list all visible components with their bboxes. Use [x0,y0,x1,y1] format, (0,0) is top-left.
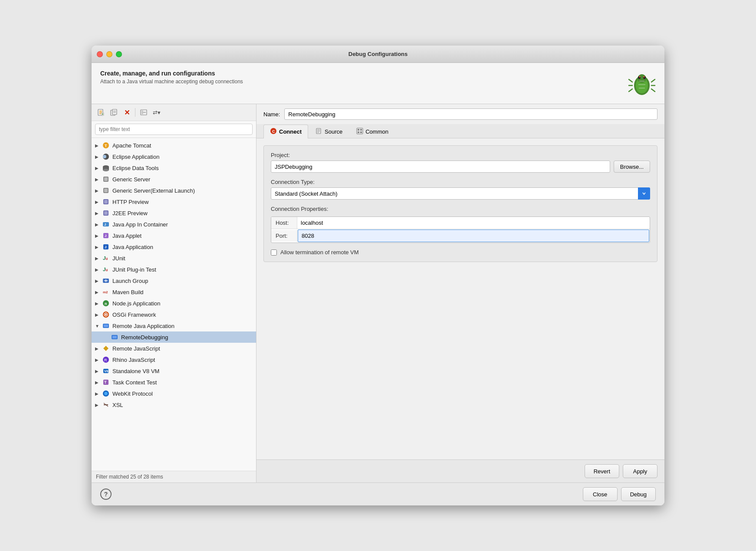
project-label: Project: [271,152,650,158]
list-item[interactable]: ▶ T Task Context Test [92,377,256,388]
filter-input[interactable] [95,124,253,135]
tab-connect[interactable]: C Connect [263,125,308,138]
svg-text:T: T [104,380,107,384]
list-item[interactable]: ▶ Generic Server [92,174,256,185]
list-item[interactable]: ▶ n Node.js Application [92,298,256,309]
remote-java-label: Remote Java Application [112,323,174,329]
list-item[interactable]: ▶ Generic Server(External Launch) [92,185,256,196]
connection-props-label: Connection Properties: [271,206,650,212]
list-item[interactable]: ▶ J Java Applet [92,230,256,241]
svg-text:u: u [105,256,108,261]
item-label: Eclipse Application [112,154,159,160]
list-item[interactable]: ▶ J u JUnit [92,253,256,264]
list-item[interactable]: ▶ Eclipse Data Tools [92,162,256,174]
list-item[interactable]: ▶ J Java App In Container [92,219,256,230]
list-item[interactable]: ▶ Eclipse Application [92,151,256,162]
select-arrow-button[interactable] [638,187,650,200]
list-item[interactable]: ▶ Launch Group [92,275,256,286]
minimize-window-button[interactable] [106,51,112,57]
maven-icon: m2 [102,288,110,296]
connection-props-field: Connection Properties: Host: Port: [271,206,650,243]
j2ee-icon [102,209,110,217]
debug-button[interactable]: Debug [621,487,656,501]
list-item[interactable]: ▼ Remote Java Application [92,320,256,331]
item-label: Apache Tomcat [112,142,151,149]
source-tab-label: Source [325,128,342,135]
list-item[interactable]: RemoteDebugging [92,331,256,343]
junit-plugin-icon: J u [102,266,110,273]
duplicate-configuration-button[interactable] [108,107,119,118]
tab-common[interactable]: Common [350,125,395,138]
footer-right: Close Debug [583,487,656,501]
list-item[interactable]: ▶ OSGi Framework [92,309,256,320]
expand-arrow-icon: ▶ [95,245,100,249]
project-input[interactable] [271,161,610,173]
item-label: Java Application [112,244,153,250]
svg-rect-39 [104,177,108,181]
port-input[interactable] [298,230,649,242]
svg-line-8 [651,79,655,82]
list-item[interactable]: ▶ HTTP Preview [92,196,256,207]
delete-configuration-button[interactable]: ✕ [121,107,132,118]
browse-button[interactable]: Browse... [614,161,650,173]
help-button[interactable]: ? [100,489,112,500]
filter-button[interactable]: ⇄▾ [151,107,162,118]
webkit-icon [102,390,110,397]
svg-rect-43 [104,200,108,203]
list-item[interactable]: ▶ m2 Maven Build [92,286,256,298]
list-item[interactable]: ▶ WebKit Protocol [92,388,256,399]
apply-button[interactable]: Apply [623,464,657,478]
expand-arrow-icon: ▶ [95,177,100,182]
list-item[interactable]: ▶ V8 Standalone V8 VM [92,365,256,377]
project-input-row: Browse... [271,161,650,173]
list-item[interactable]: ▶ J2EE Preview [92,207,256,219]
toolbar-separator [135,108,135,117]
apache-tomcat-icon: T [102,141,110,149]
svg-text:J: J [105,245,106,249]
close-button[interactable]: Close [583,487,618,501]
bug-icon [628,70,656,98]
expand-arrow-icon: ▶ [95,279,100,283]
duplicate-icon [110,109,117,116]
name-input[interactable] [284,108,657,120]
list-item[interactable]: ▶ XSL [92,399,256,410]
expand-arrow-icon: ▶ [95,369,100,374]
v8-icon: V8 [102,367,110,375]
item-label: JUnit Plug-in Test [112,266,156,273]
maximize-window-button[interactable] [116,51,122,57]
svg-rect-68 [112,336,117,338]
list-item[interactable]: ▶ J Java Application [92,241,256,253]
connection-type-field: Connection Type: Standard (Socket Attach… [271,179,650,200]
item-label: Generic Server [112,176,150,183]
common-tab-icon [356,128,363,136]
tree-area[interactable]: ▶ T Apache Tomcat ▶ Eclipse Application [92,138,256,471]
revert-button[interactable]: Revert [585,464,619,478]
collapse-icon [140,109,147,116]
port-row: Port: [271,229,650,243]
connection-type-select[interactable]: Standard (Socket Attach) [271,187,650,200]
source-tab-icon [316,128,322,136]
close-window-button[interactable] [97,51,103,57]
connect-tab-label: Connect [279,128,302,135]
new-configuration-button[interactable] [95,107,106,118]
filter-status: Filter matched 25 of 28 items [92,471,256,482]
expand-arrow-icon: ▶ [95,211,100,216]
allow-termination-checkbox[interactable] [271,249,277,256]
list-item[interactable]: ▶ R Rhino JavaScript [92,354,256,365]
tab-source[interactable]: Source [309,125,349,138]
connect-tab-icon: C [270,128,277,136]
host-input[interactable] [297,217,650,229]
host-label: Host: [271,217,297,229]
list-item[interactable]: ▶ Remote JavaScript [92,343,256,354]
svg-text:R: R [104,358,107,362]
list-item[interactable]: ▶ T Apache Tomcat [92,140,256,151]
junit-icon: J u [102,254,110,262]
svg-text:J: J [105,234,106,238]
list-item[interactable]: ▶ J u JUnit Plug-in Test [92,264,256,275]
expand-arrow-icon: ▶ [95,166,100,171]
item-label: RemoteDebugging [121,334,168,341]
host-port-table: Host: Port: [271,216,650,243]
collapse-all-button[interactable] [138,107,149,118]
toolbar: ✕ ⇄▾ [92,104,256,121]
titlebar: Debug Configurations [92,46,664,63]
